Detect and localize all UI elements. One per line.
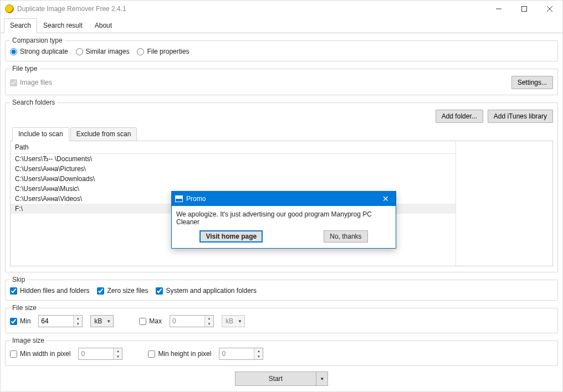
checkbox-system-folders[interactable]: System and application folders bbox=[156, 287, 256, 295]
dialog-title: Promo bbox=[186, 195, 380, 203]
chevron-down-icon: ▼ bbox=[320, 376, 324, 381]
start-button-split: Start ▼ bbox=[235, 372, 328, 386]
folder-list-side-panel bbox=[455, 141, 552, 266]
radio-props-label: File properties bbox=[147, 48, 189, 55]
folder-subtabs: Include to scan Exclude from scan bbox=[10, 127, 553, 141]
image-size-legend: Image size bbox=[10, 337, 47, 344]
checkbox-image-files-label: Image files bbox=[20, 79, 52, 86]
checkbox-system-label: System and application folders bbox=[166, 287, 256, 295]
close-button[interactable] bbox=[537, 1, 562, 17]
max-size-field[interactable] bbox=[170, 316, 204, 327]
checkbox-image-files: Image files bbox=[10, 79, 52, 86]
main-tabs: Search Search result About bbox=[1, 18, 562, 33]
min-height-input[interactable]: ▲▼ bbox=[219, 348, 263, 360]
add-folder-button[interactable]: Add folder... bbox=[436, 110, 483, 123]
promo-dialog: Promo ✕ We apologize. It's just advertis… bbox=[171, 191, 396, 249]
min-width-input[interactable]: ▲▼ bbox=[78, 348, 122, 360]
tab-exclude-from-scan[interactable]: Exclude from scan bbox=[70, 127, 137, 141]
start-dropdown-button[interactable]: ▼ bbox=[316, 372, 328, 386]
min-height-field[interactable] bbox=[219, 348, 254, 359]
visit-home-page-button[interactable]: Visit home page bbox=[199, 230, 263, 243]
comparison-legend: Comparsion type bbox=[10, 37, 65, 44]
min-size-label: Min bbox=[20, 317, 30, 325]
radio-similar-images[interactable]: Similar images bbox=[76, 48, 130, 55]
title-bar: Duplicate Image Remover Free 2.4.1 bbox=[1, 1, 562, 17]
dialog-close-button[interactable]: ✕ bbox=[380, 194, 391, 203]
max-size-unit-combo: kB▼ bbox=[222, 315, 245, 327]
minimize-button[interactable] bbox=[486, 1, 511, 17]
spin-up-icon[interactable]: ▲ bbox=[205, 316, 213, 321]
add-itunes-button[interactable]: Add iTunes library bbox=[488, 110, 553, 123]
spin-up-icon[interactable]: ▲ bbox=[254, 348, 263, 354]
radio-strong-label: Strong duplicate bbox=[20, 48, 68, 55]
tab-search[interactable]: Search bbox=[4, 18, 37, 33]
file-type-legend: File type bbox=[10, 65, 39, 73]
comparison-type-group: Comparsion type Strong duplicate Similar… bbox=[5, 37, 558, 61]
image-size-group: Image size Min width in pixel ▲▼ Min hei… bbox=[5, 337, 558, 366]
no-thanks-button[interactable]: No, thanks bbox=[324, 230, 367, 243]
spin-down-icon[interactable]: ▼ bbox=[74, 321, 82, 327]
radio-similar-label: Similar images bbox=[86, 48, 130, 55]
tab-include-to-scan[interactable]: Include to scan bbox=[12, 127, 69, 141]
folder-list-row[interactable]: C:\Users\Анна\Downloads\ bbox=[11, 174, 455, 184]
checkbox-max-size[interactable]: Max bbox=[139, 317, 162, 325]
checkbox-hidden-files[interactable]: Hidden files and folders bbox=[10, 287, 89, 295]
checkbox-zero-size[interactable]: Zero size files bbox=[97, 287, 148, 295]
checkbox-min-height[interactable]: Min height in pixel bbox=[148, 350, 211, 358]
app-window: Duplicate Image Remover Free 2.4.1 Searc… bbox=[0, 0, 563, 392]
checkbox-min-size[interactable]: Min bbox=[10, 317, 30, 325]
max-unit-label: kB bbox=[226, 317, 233, 325]
folder-list-row[interactable]: C:\Users\Анна\Pictures\ bbox=[11, 164, 455, 174]
checkbox-min-width[interactable]: Min width in pixel bbox=[10, 350, 70, 358]
spin-up-icon[interactable]: ▲ bbox=[74, 316, 82, 321]
radio-strong-duplicate[interactable]: Strong duplicate bbox=[10, 48, 68, 55]
min-unit-label: kB bbox=[94, 317, 102, 325]
chevron-down-icon: ▼ bbox=[238, 319, 242, 324]
skip-legend: Skip bbox=[10, 276, 27, 283]
dialog-icon bbox=[175, 195, 183, 202]
file-size-legend: File size bbox=[10, 304, 39, 312]
spin-up-icon[interactable]: ▲ bbox=[114, 348, 122, 354]
min-size-field[interactable] bbox=[39, 316, 73, 327]
window-controls bbox=[486, 1, 562, 17]
spin-down-icon[interactable]: ▼ bbox=[254, 354, 263, 359]
skip-group: Skip Hidden files and folders Zero size … bbox=[5, 276, 558, 301]
dialog-titlebar[interactable]: Promo ✕ bbox=[172, 192, 396, 206]
tab-search-result[interactable]: Search result bbox=[37, 18, 89, 33]
checkbox-hidden-label: Hidden files and folders bbox=[20, 287, 89, 295]
min-size-unit-combo[interactable]: kB▼ bbox=[90, 315, 114, 327]
min-width-label: Min width in pixel bbox=[20, 350, 70, 358]
radio-file-properties[interactable]: File properties bbox=[137, 48, 189, 55]
svg-rect-1 bbox=[522, 7, 527, 12]
settings-button[interactable]: Settings... bbox=[511, 76, 553, 89]
checkbox-zero-label: Zero size files bbox=[107, 287, 148, 295]
start-bar: Start ▼ bbox=[5, 369, 558, 387]
min-width-field[interactable] bbox=[79, 348, 113, 359]
tab-about[interactable]: About bbox=[89, 18, 118, 33]
folder-list-header-path[interactable]: Path bbox=[11, 141, 455, 154]
folder-list-row[interactable]: C:\Users\Ђ-- \Documents\ bbox=[11, 154, 455, 164]
dialog-message: We apologize. It's just advertising our … bbox=[176, 209, 391, 230]
max-size-input[interactable]: ▲▼ bbox=[170, 315, 214, 327]
window-title: Duplicate Image Remover Free 2.4.1 bbox=[17, 5, 486, 13]
min-height-label: Min height in pixel bbox=[158, 350, 211, 358]
chevron-down-icon: ▼ bbox=[106, 319, 111, 324]
app-icon bbox=[5, 4, 14, 13]
file-type-group: File type Image files Settings... bbox=[5, 65, 558, 95]
search-folders-legend: Search folders bbox=[10, 99, 57, 106]
maximize-button[interactable] bbox=[511, 1, 537, 17]
start-button[interactable]: Start bbox=[235, 372, 316, 386]
spin-down-icon[interactable]: ▼ bbox=[114, 354, 122, 359]
min-size-input[interactable]: ▲▼ bbox=[38, 315, 83, 327]
max-size-label: Max bbox=[149, 317, 162, 325]
spin-down-icon[interactable]: ▼ bbox=[205, 321, 213, 327]
file-size-group: File size Min ▲▼ kB▼ Max ▲▼ kB▼ bbox=[5, 304, 558, 333]
